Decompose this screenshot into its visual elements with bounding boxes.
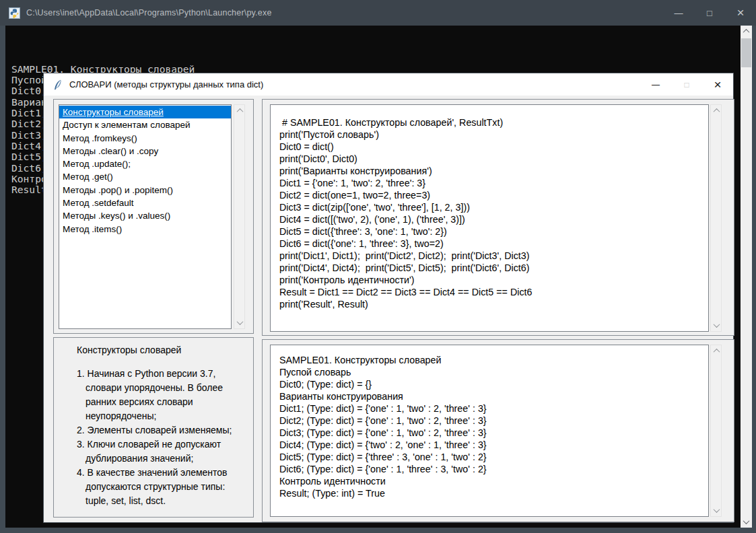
code-scrollbar[interactable] — [710, 104, 722, 332]
output-line: Dict2; (Type: dict) = {'one' : 1, 'two' … — [279, 415, 708, 427]
chevron-up-icon — [714, 349, 720, 355]
info-list: 1. Начиная с Python версии 3.7, словари … — [77, 367, 246, 508]
code-line: Dict1 = {'one': 1, 'two': 2, 'three': 3} — [279, 177, 708, 189]
code-line: print('Dict4', Dict4); print('Dict5', Di… — [279, 262, 708, 274]
listbox-item[interactable]: Метод .fromkeys() — [59, 132, 231, 145]
console-title: C:\Users\inet\AppData\Local\Programs\Pyt… — [26, 8, 272, 17]
output-panel: SAMPLE01. Конструкторы словарейПуспой сл… — [262, 339, 734, 522]
chevron-down-icon — [743, 518, 750, 524]
listbox-item[interactable]: Методы .keys() и .values() — [59, 209, 231, 222]
console-scrollbar-thumb[interactable] — [741, 38, 751, 67]
info-list-item: 4. В качестве значений элементов допуска… — [77, 466, 246, 508]
chevron-up-icon — [237, 108, 244, 115]
code-line: print('Dict0', Dict0) — [279, 153, 708, 165]
app-close-button[interactable]: × — [702, 73, 733, 96]
listbox-scroll-down-button[interactable] — [234, 317, 246, 328]
code-line: Dict6 = dict({'one': 1, 'three': 3}, two… — [279, 238, 708, 250]
output-scrollbar[interactable] — [710, 345, 722, 517]
console-scroll-down-button[interactable] — [741, 516, 752, 528]
output-line: Dict6; (Type: dict) = {'one' : 1, 'three… — [279, 463, 708, 475]
console-close-button[interactable]: × — [725, 0, 756, 26]
output-line: Dict4; (Type: dict) = {'two' : 2, 'one' … — [279, 439, 708, 451]
console-minimize-button[interactable]: — — [663, 0, 694, 26]
code-line: Dict4 = dict([('two', 2), ('one', 1), ('… — [279, 213, 708, 225]
code-line: Dict3 = dict(zip(['one', 'two', 'three']… — [279, 201, 708, 213]
chevron-up-icon — [743, 29, 750, 36]
console-window-controls: — □ × — [663, 0, 756, 26]
code-line: print('Контроль идентичности') — [279, 274, 708, 286]
console-scroll-up-button[interactable] — [741, 26, 752, 37]
listbox-item[interactable]: Метод .items() — [59, 223, 231, 236]
listbox-item[interactable]: Метод .setdefault — [59, 197, 231, 209]
info-list-item: 3. Ключи словарей не допускают дублирова… — [77, 437, 246, 466]
code-line: print('Dict1', Dict1); print('Dict2', Di… — [279, 250, 708, 262]
app-maximize-button[interactable]: □ — [671, 73, 702, 96]
output-line: Dict1; (Type: dict) = {'one' : 1, 'two' … — [279, 402, 708, 415]
topics-listbox[interactable]: Конструкторы словарейДоступ к элементам … — [59, 104, 232, 329]
info-list-item: 2. Элементы словарей изменяемы; — [77, 423, 246, 437]
code-scroll-down-button[interactable] — [711, 320, 722, 331]
code-line: Dict5 = dict({'three': 3, 'one': 1, 'two… — [279, 225, 708, 238]
output-line: Пуспой словарь — [279, 366, 708, 378]
app-window-controls: — □ × — [640, 73, 733, 96]
listbox-item[interactable]: Доступ к элементам словарей — [59, 118, 231, 131]
chevron-down-icon — [237, 318, 244, 325]
console-scrollbar[interactable] — [741, 26, 752, 528]
chevron-down-icon — [714, 506, 720, 513]
code-line: print('Варианты конструирования') — [279, 165, 708, 177]
output-scroll-down-button[interactable] — [711, 505, 722, 516]
output-line: Dict3; (Type: dict) = {'one' : 1, 'two' … — [279, 427, 708, 439]
code-line: print('Result', Result) — [279, 298, 708, 310]
screen: C:\Users\inet\AppData\Local\Programs\Pyt… — [0, 0, 756, 533]
output-line: Контроль идентичности — [279, 475, 708, 487]
listbox-item[interactable]: Методы .clear() и .copy — [59, 145, 231, 157]
info-list-item: 1. Начиная с Python версии 3.7, словари … — [77, 367, 246, 423]
output-scroll-up-button[interactable] — [711, 345, 722, 357]
app-title: СЛОВАРИ (методы структуры данных типа di… — [69, 79, 263, 90]
code-line: Dict2 = dict(one=1, two=2, three=3) — [279, 189, 708, 201]
output-line: Варианты конструирования — [279, 390, 708, 402]
code-panel: # SAMPLE01. Конструкторы словарей', Resu… — [262, 99, 734, 336]
chevron-down-icon — [714, 321, 720, 328]
output-line: Dict5; (Type: dict) = {'three' : 3, 'one… — [279, 451, 708, 463]
output-line: SAMPLE01. Конструкторы словарей — [279, 354, 708, 366]
console-maximize-button[interactable]: □ — [694, 0, 725, 26]
listbox-item[interactable]: Методы .pop() и .popitem() — [59, 184, 231, 197]
chevron-up-icon — [714, 108, 720, 115]
listbox-item[interactable]: Метод .get() — [59, 170, 231, 183]
output-line: Dict0; (Type: dict) = {} — [279, 378, 708, 390]
code-scroll-up-button[interactable] — [711, 105, 722, 116]
listbox-item[interactable]: Метод .update(); — [59, 157, 231, 170]
listbox-item[interactable]: Конструкторы словарей — [59, 106, 231, 118]
output-text[interactable]: SAMPLE01. Конструкторы словарейПуспой сл… — [270, 345, 709, 517]
code-line: print('Пустой словарь') — [279, 129, 708, 141]
output-line: Result; (Type: int) = True — [279, 487, 708, 499]
code-line: Result = Dict1 == Dict2 == Dict3 == Dict… — [279, 286, 708, 298]
code-line: # SAMPLE01. Конструкторы словарей', Resu… — [279, 116, 708, 129]
app-minimize-button[interactable]: — — [640, 73, 671, 96]
code-text[interactable]: # SAMPLE01. Конструкторы словарей', Resu… — [270, 104, 709, 332]
topics-frame: Конструкторы словарейДоступ к элементам … — [53, 99, 254, 334]
info-panel: Конструкторы словарей 1. Начиная с Pytho… — [53, 337, 254, 518]
code-line: Dict0 = dict() — [279, 141, 708, 153]
python-feather-icon — [53, 79, 63, 90]
listbox-scroll-up-button[interactable] — [234, 105, 246, 116]
console-titlebar[interactable]: C:\Users\inet\AppData\Local\Programs\Pyt… — [0, 0, 756, 26]
app-titlebar[interactable]: СЛОВАРИ (методы структуры данных типа di… — [44, 73, 733, 96]
listbox-scrollbar[interactable] — [234, 104, 245, 329]
info-panel-title: Конструкторы словарей — [77, 345, 253, 355]
pyexe-icon — [9, 7, 20, 19]
app-window: СЛОВАРИ (методы структуры данных типа di… — [43, 73, 734, 523]
